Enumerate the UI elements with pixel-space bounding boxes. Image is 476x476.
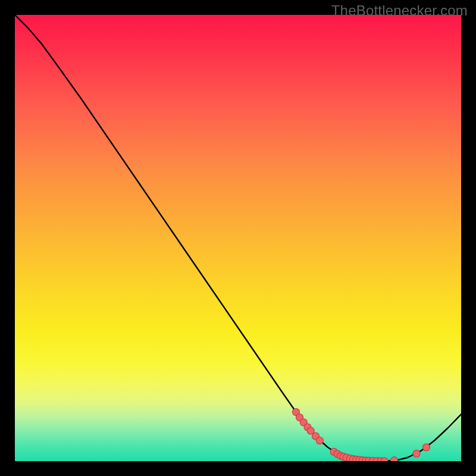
data-marker xyxy=(423,444,430,451)
data-marker xyxy=(391,457,398,461)
chart-frame: TheBottlenecker.com xyxy=(0,0,476,476)
bottleneck-curve xyxy=(15,15,461,461)
chart-overlay xyxy=(15,15,461,461)
plot-area xyxy=(15,15,461,461)
data-marker xyxy=(316,437,323,444)
watermark-text: TheBottlenecker.com xyxy=(331,2,468,19)
data-marker xyxy=(413,450,420,457)
marker-group xyxy=(293,409,430,462)
